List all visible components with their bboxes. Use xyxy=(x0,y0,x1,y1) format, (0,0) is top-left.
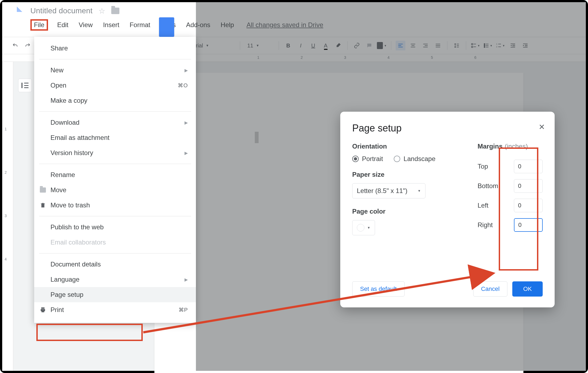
menu-item-version-history[interactable]: Version history▶ xyxy=(34,145,196,160)
chevron-right-icon: ▶ xyxy=(185,120,188,125)
margin-top-input[interactable] xyxy=(514,160,543,173)
star-icon[interactable]: ☆ xyxy=(98,7,105,15)
menu-item-download[interactable]: Download▶ xyxy=(34,115,196,130)
cancel-button[interactable]: Cancel xyxy=(473,281,507,297)
menu-insert[interactable]: Insert xyxy=(102,20,120,30)
menu-item-make-copy[interactable]: Make a copy xyxy=(34,93,196,108)
trash-icon xyxy=(39,201,47,209)
margin-right-label: Right xyxy=(478,221,493,229)
menu-view[interactable]: View xyxy=(78,20,94,30)
page-color-picker[interactable]: ▼ xyxy=(352,220,375,235)
menu-item-publish[interactable]: Publish to the web xyxy=(34,220,196,235)
menu-item-email-collab: Email collaborators xyxy=(34,235,196,250)
file-menu-dropdown: Share New▶ Open⌘O Make a copy Download▶ … xyxy=(34,37,196,323)
chevron-right-icon: ▶ xyxy=(185,68,188,73)
menu-item-open[interactable]: Open⌘O xyxy=(34,78,196,93)
menu-edit[interactable]: Edit xyxy=(56,20,69,30)
folder-icon[interactable] xyxy=(111,8,119,14)
document-outline-button[interactable] xyxy=(18,79,32,92)
menu-item-move-trash[interactable]: Move to trash xyxy=(34,198,196,213)
menu-item-language[interactable]: Language▶ xyxy=(34,272,196,287)
chevron-down-icon: ▼ xyxy=(367,226,370,230)
docs-logo[interactable] xyxy=(7,7,22,26)
radio-checked-icon xyxy=(352,156,359,162)
paper-size-select[interactable]: Letter (8.5" x 11") ▼ xyxy=(352,183,425,198)
paper-size-label: Paper size xyxy=(352,171,461,178)
margin-left-input[interactable] xyxy=(514,199,543,212)
margin-left-label: Left xyxy=(478,202,488,209)
folder-icon xyxy=(39,186,47,194)
menu-item-page-setup[interactable]: Page setup xyxy=(34,287,196,302)
menu-item-new[interactable]: New▶ xyxy=(34,63,196,78)
vertical-ruler[interactable]: 1 2 3 4 xyxy=(2,62,13,371)
redo-button[interactable] xyxy=(23,41,33,50)
annotation-highlight-page-setup xyxy=(36,324,143,341)
margin-right-input[interactable] xyxy=(514,218,543,232)
margins-unit: (inches) xyxy=(505,143,528,150)
set-default-button[interactable]: Set as default xyxy=(352,281,405,297)
menu-item-share[interactable]: Share xyxy=(34,41,196,56)
undo-button[interactable] xyxy=(10,41,20,50)
page-color-label: Page color xyxy=(352,208,461,215)
menu-item-doc-details[interactable]: Document details xyxy=(34,257,196,272)
app-frame: Untitled document ☆ File Edit View Inser… xyxy=(0,0,588,373)
orientation-label: Orientation xyxy=(352,143,461,150)
orientation-landscape-radio[interactable]: Landscape xyxy=(394,155,435,163)
document-title[interactable]: Untitled document xyxy=(30,7,93,15)
menu-item-print[interactable]: Print⌘P xyxy=(34,302,196,317)
margins-label: Margins xyxy=(478,143,503,150)
margin-top-label: Top xyxy=(478,163,488,170)
radio-unchecked-icon xyxy=(394,156,400,162)
menu-item-rename[interactable]: Rename xyxy=(34,167,196,182)
dialog-title: Page setup xyxy=(352,123,543,134)
orientation-portrait-radio[interactable]: Portrait xyxy=(352,155,383,163)
chevron-down-icon: ▼ xyxy=(418,189,421,193)
print-icon xyxy=(39,306,47,314)
menu-file[interactable]: File xyxy=(30,19,48,31)
margin-bottom-label: Bottom xyxy=(478,182,498,190)
menu-item-move[interactable]: Move xyxy=(34,182,196,198)
chevron-right-icon: ▶ xyxy=(185,150,188,156)
dialog-close-button[interactable]: ✕ xyxy=(539,123,545,131)
color-swatch-icon xyxy=(357,224,364,231)
ok-button[interactable]: OK xyxy=(512,281,543,297)
menu-format[interactable]: Format xyxy=(129,20,151,30)
chevron-right-icon: ▶ xyxy=(185,277,188,282)
page-setup-dialog: Page setup ✕ Orientation Portrait Landsc… xyxy=(340,112,555,307)
margin-bottom-input[interactable] xyxy=(514,179,543,193)
menu-item-email-attachment[interactable]: Email as attachment xyxy=(34,130,196,145)
paper-size-value: Letter (8.5" x 11") xyxy=(357,187,407,195)
